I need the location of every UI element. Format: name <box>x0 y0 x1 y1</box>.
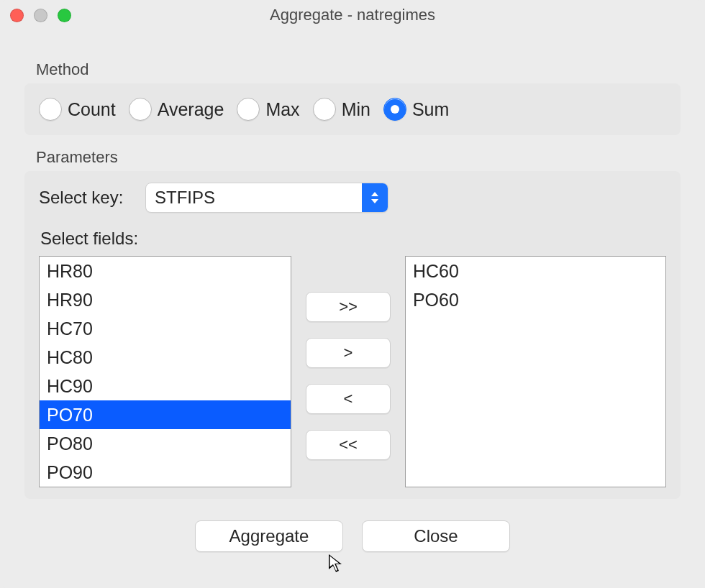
list-item[interactable]: PO80 <box>40 429 291 458</box>
aggregate-dialog: Aggregate - natregimes Method Count Aver… <box>0 0 705 588</box>
chosen-fields-list[interactable]: HC60 PO60 <box>405 256 666 487</box>
radio-count-circle[interactable] <box>39 98 62 121</box>
parameters-group: Select key: STFIPS Select fields: HR80 H… <box>24 171 681 499</box>
method-group: Count Average Max Min Sum <box>24 83 681 135</box>
select-key-row: Select key: STFIPS <box>39 183 666 213</box>
select-key-value: STFIPS <box>146 183 362 212</box>
minimize-window-icon[interactable] <box>34 9 47 22</box>
radio-max-label: Max <box>265 99 299 120</box>
zoom-window-icon[interactable] <box>58 9 71 22</box>
select-fields-label: Select fields: <box>40 229 666 249</box>
list-item-selected[interactable]: PO70 <box>40 400 291 429</box>
window-title: Aggregate - natregimes <box>0 6 705 24</box>
method-radio-sum[interactable]: Sum <box>383 98 449 121</box>
radio-min-circle[interactable] <box>313 98 336 121</box>
method-radios: Count Average Max Min Sum <box>39 95 666 124</box>
radio-sum-label: Sum <box>412 99 449 120</box>
close-button[interactable]: Close <box>362 520 510 552</box>
aggregate-button[interactable]: Aggregate <box>195 520 343 552</box>
list-item[interactable]: PO60 <box>406 285 665 314</box>
select-key-label: Select key: <box>39 188 132 208</box>
move-left-button[interactable]: < <box>306 384 391 414</box>
radio-min-label: Min <box>342 99 370 120</box>
method-radio-max[interactable]: Max <box>237 98 299 121</box>
close-window-icon[interactable] <box>10 9 24 22</box>
titlebar: Aggregate - natregimes <box>0 0 705 30</box>
available-fields-list[interactable]: HR80 HR90 HC70 HC80 HC90 PO70 PO80 PO90 <box>39 256 291 487</box>
cursor-icon <box>328 553 344 578</box>
move-all-right-button[interactable]: >> <box>306 292 391 322</box>
radio-count-label: Count <box>68 99 116 120</box>
radio-average-circle[interactable] <box>129 98 152 121</box>
radio-max-circle[interactable] <box>237 98 260 121</box>
move-right-button[interactable]: > <box>306 338 391 368</box>
list-item[interactable]: HR90 <box>40 285 291 314</box>
fields-area: HR80 HR90 HC70 HC80 HC90 PO70 PO80 PO90 … <box>39 256 666 487</box>
method-group-label: Method <box>36 60 681 79</box>
method-radio-count[interactable]: Count <box>39 98 116 121</box>
method-radio-min[interactable]: Min <box>313 98 370 121</box>
select-key-combo[interactable]: STFIPS <box>145 183 388 213</box>
radio-sum-circle[interactable] <box>383 98 406 121</box>
parameters-group-label: Parameters <box>36 148 681 167</box>
combo-stepper-icon[interactable] <box>362 183 388 212</box>
radio-average-label: Average <box>158 99 224 120</box>
list-item[interactable]: HR80 <box>40 257 291 285</box>
footer-buttons: Aggregate Close <box>24 520 681 552</box>
list-item[interactable]: HC90 <box>40 372 291 400</box>
list-item[interactable]: PO90 <box>40 458 291 479</box>
list-item[interactable]: HC80 <box>40 343 291 372</box>
list-item[interactable]: HC70 <box>40 314 291 343</box>
move-all-left-button[interactable]: << <box>306 430 391 460</box>
move-buttons: >> > < << <box>306 292 391 460</box>
list-item[interactable]: HC60 <box>406 257 665 285</box>
window-controls <box>10 9 71 22</box>
client-area: Method Count Average Max Min <box>0 30 705 552</box>
method-radio-average[interactable]: Average <box>129 98 224 121</box>
